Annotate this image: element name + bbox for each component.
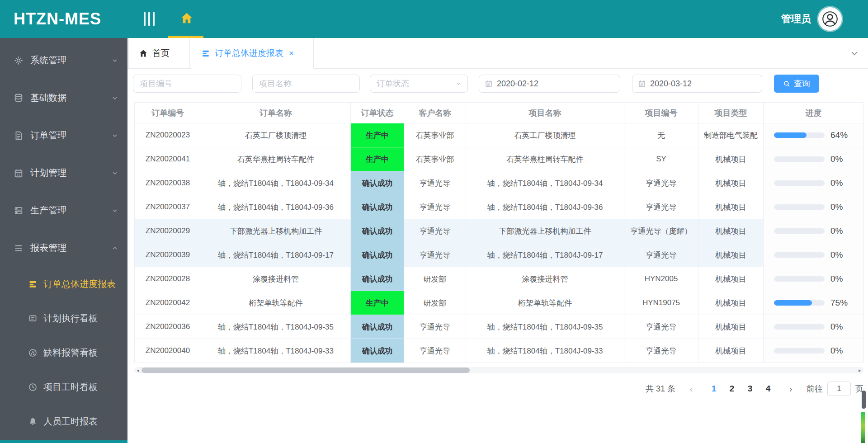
progress-track	[774, 252, 825, 258]
close-icon[interactable]: ×	[289, 48, 294, 58]
sidebar-item-system[interactable]: 系统管理	[0, 42, 127, 79]
progress-label: 0%	[830, 202, 853, 212]
cell-project-type: 机械项目	[698, 147, 764, 171]
chevron-down-icon	[111, 132, 118, 139]
cell-order-name: 涂覆接进料管	[201, 267, 351, 291]
sidebar-subitem-label: 缺料报警看板	[43, 347, 98, 359]
cell-customer: 研发部	[404, 267, 466, 291]
page-number-2[interactable]: 2	[725, 384, 739, 394]
col-header-order-name: 订单名称	[201, 103, 351, 123]
tab-home[interactable]: 首页	[128, 38, 190, 69]
pagination-total: 共 31 条	[646, 383, 675, 394]
cell-project-type: 机械项目	[698, 267, 764, 291]
cell-order-name: 轴，烧结T1804轴，T1804J-09-17	[201, 243, 351, 267]
cell-progress: 64%	[764, 123, 864, 147]
table-row: ZN20020036 轴，烧结T1804轴，T1804J-09-35 确认成功 …	[135, 315, 864, 339]
gauge-icon	[28, 348, 38, 358]
scrollbar-thumb[interactable]	[142, 368, 470, 373]
horizontal-scrollbar[interactable]: ◂ ▸	[134, 367, 863, 373]
project-no-input[interactable]	[133, 75, 241, 93]
sidebar-item-basic-data[interactable]: 基础数据	[0, 79, 127, 117]
corner-indicator-strip	[861, 412, 865, 443]
calendar-icon	[485, 80, 493, 88]
end-date-picker[interactable]: 2020-03-12	[632, 75, 762, 93]
start-date-picker[interactable]: 2020-02-12	[479, 75, 620, 93]
pagination: 共 31 条 ‹ 1 2 3 4 › 前往 页	[646, 380, 863, 398]
order-status-select[interactable]: 订单状态	[370, 75, 468, 93]
sidebar-collapse-icon[interactable]	[144, 12, 155, 26]
cell-project-no: HYN2005	[624, 267, 698, 291]
project-name-input[interactable]	[252, 75, 360, 93]
sidebar-subitem-order-progress-report[interactable]: 订单总体进度报表	[0, 267, 127, 301]
cell-progress: 0%	[764, 147, 864, 171]
tab-actions-chevron-icon[interactable]	[849, 48, 860, 59]
cell-progress: 0%	[764, 243, 864, 267]
cell-order-name: 下部激光器上移机构加工件	[201, 219, 351, 243]
sidebar-bottom-strip	[0, 440, 127, 443]
cell-project-no: 亨通光导	[624, 171, 698, 195]
table-row: ZN20020039 轴，烧结T1804轴，T1804J-09-17 确认成功 …	[135, 243, 864, 267]
home-icon[interactable]	[180, 11, 193, 25]
scroll-left-icon[interactable]: ◂	[135, 367, 141, 373]
cell-project-no: 亨通光导	[624, 315, 698, 339]
sidebar-item-planning[interactable]: 计划管理	[0, 154, 127, 192]
cell-project-name: 石英华熹柱周转车配件	[466, 147, 624, 171]
cell-order-name: 石英华熹柱周转车配件	[201, 147, 351, 171]
scroll-right-icon[interactable]: ▸	[857, 367, 863, 373]
cell-order-name: 轴，烧结T1804轴，T1804J-09-35	[201, 315, 351, 339]
sidebar-item-label: 订单管理	[30, 129, 111, 141]
page-number-1[interactable]: 1	[707, 384, 721, 394]
cell-order-no: ZN20020028	[135, 267, 201, 291]
cell-customer: 亨通光导	[404, 339, 466, 363]
cell-project-type: 机械项目	[698, 171, 764, 195]
avatar[interactable]	[818, 7, 842, 31]
cell-project-name: 轴，烧结T1804轴，T1804J-09-33	[466, 339, 624, 363]
progress-track	[774, 324, 825, 330]
next-page-icon[interactable]: ›	[786, 384, 796, 394]
status-badge: 确认成功	[351, 243, 404, 267]
sidebar-item-orders[interactable]: 订单管理	[0, 117, 127, 154]
status-badge: 生产中	[351, 123, 404, 147]
cell-progress: 0%	[764, 171, 864, 195]
prev-page-icon[interactable]: ‹	[686, 384, 696, 394]
progress-track	[774, 156, 825, 162]
cell-progress: 75%	[764, 291, 864, 315]
bell-icon	[28, 417, 38, 426]
cell-project-type: 制造部电气装配	[698, 123, 764, 147]
progress-label: 0%	[830, 250, 853, 260]
search-button[interactable]: 查询	[774, 75, 819, 93]
sidebar-subitem-plan-board[interactable]: 计划执行看板	[0, 301, 127, 335]
sidebar-item-label: 系统管理	[30, 54, 111, 66]
progress-track	[774, 228, 825, 234]
cell-project-type: 机械项目	[698, 339, 764, 363]
sidebar-subitem-material-alarm-board[interactable]: 缺料报警看板	[0, 335, 127, 370]
sidebar-item-label: 计划管理	[30, 167, 111, 179]
cell-order-no: ZN20020041	[135, 147, 201, 171]
sidebar-subitem-staff-hours-report[interactable]: 人员工时报表	[0, 404, 127, 438]
select-placeholder: 订单状态	[377, 78, 409, 89]
sidebar-item-reports[interactable]: 报表管理	[0, 229, 127, 267]
table-row: ZN20020037 轴，烧结T1804轴，T1804J-09-36 确认成功 …	[135, 195, 864, 219]
progress-label: 64%	[830, 130, 853, 140]
goto-page-input[interactable]	[827, 382, 851, 396]
vertical-scrollbar-thumb[interactable]	[862, 391, 866, 409]
status-badge: 确认成功	[351, 267, 404, 291]
cell-project-name: 轴，烧结T1804轴，T1804J-09-35	[466, 315, 624, 339]
status-badge: 确认成功	[351, 195, 404, 219]
cell-customer: 亨通光导	[404, 243, 466, 267]
page-number-3[interactable]: 3	[743, 384, 757, 394]
document-icon	[14, 131, 24, 141]
start-date-value: 2020-02-12	[497, 79, 538, 89]
tab-order-progress-report[interactable]: 订单总体进度报表 ×	[191, 38, 314, 69]
sidebar-subitem-project-hours-board[interactable]: 项目工时看板	[0, 370, 127, 404]
page-number-4[interactable]: 4	[761, 384, 775, 394]
sidebar-item-production[interactable]: 生产管理	[0, 192, 127, 229]
user-name[interactable]: 管理员	[781, 12, 811, 26]
cell-customer: 石英事业部	[404, 147, 466, 171]
cell-order-name: 桁架单轨等配件	[201, 291, 351, 315]
col-header-order-status: 订单状态	[351, 103, 404, 123]
table-row: ZN20020042 桁架单轨等配件 生产中 研发部 桁架单轨等配件 HYN19…	[135, 291, 864, 315]
progress-track	[774, 348, 825, 353]
progress-label: 0%	[830, 178, 853, 188]
col-header-project-type: 项目类型	[698, 103, 764, 123]
